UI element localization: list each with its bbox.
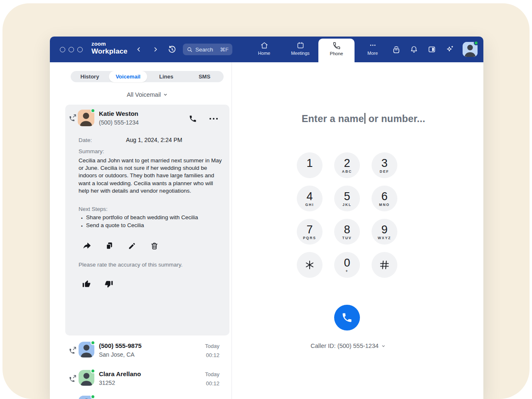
outgoing-call-icon bbox=[69, 346, 77, 355]
sidebar-tab-lines[interactable]: Lines bbox=[147, 71, 185, 82]
panel-toggle-icon bbox=[427, 45, 436, 54]
panel-toggle-button[interactable] bbox=[427, 44, 437, 54]
hash-icon bbox=[378, 259, 391, 271]
forward-button[interactable] bbox=[150, 45, 160, 54]
thumbs-up-button[interactable] bbox=[82, 279, 91, 289]
edit-summary-button[interactable] bbox=[127, 241, 137, 251]
key-letters: ABC bbox=[342, 169, 352, 174]
call-day: Today bbox=[205, 371, 219, 377]
dialpad-key-8[interactable]: 8TUV bbox=[334, 219, 360, 245]
presence-dot bbox=[91, 108, 95, 113]
ai-sparkle-icon bbox=[445, 45, 454, 54]
filter-label: All Voicemail bbox=[127, 91, 161, 98]
date-label: Date: bbox=[79, 137, 92, 143]
call-button[interactable] bbox=[334, 305, 360, 330]
thumbs-down-button[interactable] bbox=[104, 279, 113, 289]
tab-label: Phone bbox=[330, 51, 343, 56]
forward-voicemail-button[interactable] bbox=[82, 241, 92, 251]
logo-zoom-text: zoom bbox=[91, 41, 128, 47]
voicemail-actions bbox=[82, 241, 159, 251]
call-list-item-partial[interactable] bbox=[79, 396, 94, 399]
call-title: Clara Arellano bbox=[99, 370, 141, 377]
history-clock-icon bbox=[167, 45, 177, 54]
call-subtitle: 31252 bbox=[99, 379, 115, 386]
key-letters: GHI bbox=[305, 203, 314, 207]
close-window-icon[interactable] bbox=[60, 47, 65, 52]
more-options-button[interactable] bbox=[209, 114, 219, 124]
tab-more[interactable]: More bbox=[355, 37, 391, 62]
dialpad-key-7[interactable]: 7PQRS bbox=[297, 219, 323, 245]
device-button[interactable] bbox=[391, 44, 401, 54]
next-steps-label: Next Steps: bbox=[79, 206, 108, 212]
zoom-window-icon[interactable] bbox=[77, 47, 83, 52]
voicemail-filter-dropdown[interactable]: All Voicemail bbox=[57, 91, 232, 98]
minimize-window-icon[interactable] bbox=[69, 47, 74, 52]
rate-summary-prompt: Please rate the accuracy of this summary… bbox=[79, 262, 182, 268]
search-input[interactable]: Search ⌘F bbox=[183, 44, 232, 55]
dialpad-key-1[interactable]: 1 bbox=[297, 152, 323, 178]
presence-dot bbox=[91, 369, 95, 373]
call-list-item[interactable]: Clara Arellano31252Today00:12 bbox=[50, 369, 232, 397]
outgoing-call-icon bbox=[69, 114, 77, 122]
sidebar-tab-sms[interactable]: SMS bbox=[185, 71, 224, 82]
dial-input[interactable]: Enter a name or number... bbox=[238, 113, 489, 125]
caller-id-selector[interactable]: Caller ID: (500) 555-1234 bbox=[222, 343, 474, 349]
main-nav-tabs: HomeMeetingsPhoneMore bbox=[246, 37, 391, 62]
search-icon bbox=[187, 47, 193, 53]
key-digit: 3 bbox=[381, 157, 387, 169]
caller-avatar bbox=[79, 370, 94, 386]
back-button[interactable] bbox=[134, 45, 143, 54]
call-back-button[interactable] bbox=[188, 114, 198, 124]
dialpad-key-4[interactable]: 4GHI bbox=[297, 186, 323, 211]
trash-icon bbox=[150, 242, 159, 250]
recent-history-button[interactable] bbox=[167, 45, 177, 54]
copy-summary-button[interactable] bbox=[104, 241, 114, 251]
dialpad-key-2[interactable]: 2ABC bbox=[334, 152, 360, 178]
dialpad-key-hash[interactable] bbox=[372, 252, 397, 278]
tab-home[interactable]: Home bbox=[246, 37, 282, 62]
call-duration: 00:12 bbox=[206, 352, 219, 358]
delete-voicemail-button[interactable] bbox=[149, 241, 159, 251]
dialpad-key-6[interactable]: 6MNO bbox=[372, 186, 397, 211]
summary-text: Cecilia and John want to get married nex… bbox=[79, 157, 225, 195]
key-letters: TUV bbox=[342, 236, 352, 240]
voicemail-card[interactable]: Katie Weston (500) 555-1234 Date: Aug 1,… bbox=[65, 105, 229, 335]
dialpad-key-asterisk[interactable] bbox=[297, 252, 323, 278]
call-list-item[interactable]: (500) 555-9875San Jose, CAToday00:12 bbox=[50, 340, 232, 369]
phone-icon bbox=[189, 115, 197, 123]
key-letters: PQRS bbox=[303, 236, 316, 240]
copy-icon bbox=[105, 241, 114, 250]
app-logo: zoom Workplace bbox=[91, 41, 128, 55]
call-subtitle: San Jose, CA bbox=[99, 351, 135, 358]
dialpad-key-0[interactable]: 0+ bbox=[334, 252, 360, 278]
more-icon bbox=[369, 41, 377, 49]
tab-phone[interactable]: Phone bbox=[318, 39, 355, 62]
key-letters: + bbox=[346, 269, 349, 273]
dialpad-key-3[interactable]: 3DEF bbox=[372, 152, 397, 178]
caller-number: (500) 555-1234 bbox=[99, 119, 139, 126]
calendar-icon bbox=[296, 41, 305, 49]
key-letters: DEF bbox=[380, 169, 389, 174]
window-controls[interactable] bbox=[60, 37, 83, 62]
call-duration: 00:12 bbox=[206, 380, 219, 387]
ai-sparkle-button[interactable] bbox=[445, 44, 455, 54]
sidebar-tab-history[interactable]: History bbox=[71, 71, 109, 82]
tab-meetings[interactable]: Meetings bbox=[282, 37, 318, 62]
tab-label: More bbox=[367, 51, 378, 56]
chevron-right-icon bbox=[152, 46, 159, 53]
user-avatar[interactable] bbox=[463, 42, 478, 57]
home-icon bbox=[260, 41, 268, 49]
caller-avatar bbox=[79, 342, 94, 357]
caller-name: Katie Weston bbox=[99, 110, 138, 117]
titlebar-tools bbox=[391, 37, 478, 62]
asterisk-icon bbox=[303, 259, 316, 271]
bell-icon bbox=[409, 45, 419, 54]
dialpad-key-9[interactable]: 9WXYZ bbox=[372, 219, 397, 245]
sidebar-tab-voicemail[interactable]: Voicemail bbox=[109, 71, 147, 82]
key-digit: 2 bbox=[344, 157, 350, 169]
dialpad-key-5[interactable]: 5JKL bbox=[334, 186, 360, 211]
sidebar-segmented-tabs: HistoryVoicemailLinesSMS bbox=[71, 71, 224, 82]
device-icon bbox=[392, 45, 401, 54]
bell-button[interactable] bbox=[409, 44, 419, 54]
phone-icon bbox=[341, 312, 353, 323]
